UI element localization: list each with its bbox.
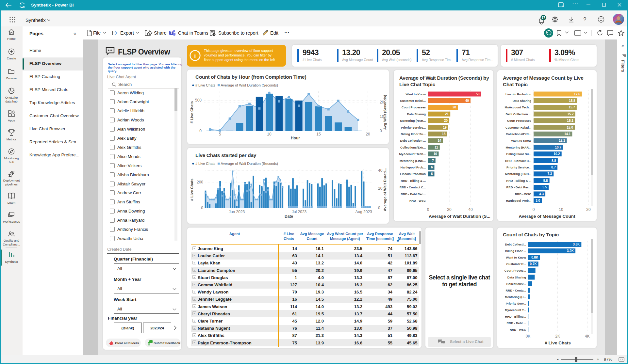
svg-text:Monitoring: Monitoring: [4, 156, 19, 160]
svg-text:MyAccount T...: MyAccount T...: [505, 309, 526, 312]
svg-text:19: 19: [443, 126, 447, 129]
svg-text:14: 14: [438, 139, 441, 142]
svg-text:5.5: 5.5: [542, 185, 547, 189]
svg-text:Home: Home: [7, 37, 15, 40]
svg-text:Debt Collection ...: Debt Collection ...: [505, 113, 531, 116]
svg-text:Deployment: Deployment: [3, 179, 20, 182]
svg-text:4K: 4K: [585, 334, 590, 339]
svg-text:Customer Relati...: Customer Relati...: [400, 99, 426, 103]
svg-text:17.6: 17.6: [574, 92, 580, 96]
svg-text:10.2: 10.2: [554, 152, 560, 156]
svg-text:Priority Service...: Priority Service...: [506, 166, 531, 169]
svg-text:RRD - Debt ...: RRD - Debt ...: [507, 322, 526, 325]
svg-text:Want to Know: Want to Know: [506, 256, 526, 259]
svg-text:Subscribe to report: Subscribe to report: [218, 30, 258, 36]
svg-text:10.7: 10.7: [555, 146, 561, 149]
svg-text:Date: Date: [285, 214, 293, 219]
svg-text:20: 20: [444, 119, 448, 122]
svg-text:40: 40: [378, 168, 383, 173]
svg-text:T: T: [170, 31, 172, 35]
svg-text:10: 10: [559, 207, 563, 212]
svg-text:OneLake: OneLake: [5, 96, 18, 99]
svg-text:Mentoring (H...: Mentoring (H...: [505, 295, 526, 299]
svg-text:pipelines: pipelines: [5, 182, 18, 186]
svg-text:0: 0: [201, 206, 203, 210]
svg-text:20: 20: [447, 207, 452, 212]
svg-text:RRD - WSC: RRD - WSC: [409, 199, 426, 202]
svg-text:40: 40: [468, 207, 473, 212]
svg-text:# Live Chats: # Live Chats: [190, 101, 194, 123]
svg-text:i: i: [194, 53, 196, 59]
svg-text:RRD - Billing & ...: RRD - Billing & ...: [401, 179, 426, 182]
svg-text:Hour: Hour: [291, 136, 300, 140]
svg-text:Aug 2023: Aug 2023: [355, 210, 372, 214]
svg-text:0: 0: [380, 129, 382, 133]
svg-text:0.8K: 0.8K: [531, 256, 538, 259]
svg-text:500: 500: [195, 98, 202, 103]
svg-text:RRD - Billing...: RRD - Billing...: [505, 315, 526, 318]
svg-text:Share: Share: [154, 30, 167, 36]
svg-text:File: File: [93, 30, 101, 36]
svg-text:Mentoring (HAR...: Mentoring (HAR...: [506, 146, 532, 149]
svg-text:RRD - WSC: RRD - WSC: [515, 193, 531, 196]
svg-text:10: 10: [267, 132, 272, 136]
svg-text:Average of Message Count: Average of Message Count: [519, 214, 575, 219]
svg-text:Billing Floor Su...: Billing Floor Su...: [506, 152, 531, 156]
svg-text:Billing Floor Su...: Billing Floor Su...: [401, 133, 426, 136]
svg-text:0: 0: [378, 206, 380, 210]
svg-text:14.1: 14.1: [564, 132, 571, 136]
svg-text:Chat in Teams: Chat in Teams: [178, 30, 208, 36]
svg-text:20: 20: [366, 132, 370, 136]
svg-text:Workspaces: Workspaces: [3, 220, 20, 223]
svg-text:Browse: Browse: [6, 76, 17, 80]
svg-text:Create: Create: [7, 56, 16, 60]
svg-text:3.6K: 3.6K: [573, 243, 580, 246]
svg-text:4.3: 4.3: [539, 192, 544, 196]
svg-text:RRD - Debt Rec...: RRD - Debt Rec...: [506, 186, 531, 189]
svg-text:0K: 0K: [526, 334, 531, 339]
svg-text:RRD - Billing & ...: RRD - Billing & ...: [506, 179, 531, 182]
svg-text:⋯: ⋯: [284, 30, 289, 35]
svg-text:15.2: 15.2: [567, 112, 574, 116]
svg-text:Want to Know: Want to Know: [511, 139, 531, 142]
svg-text:Average of Wait Durati...: Average of Wait Durati...: [383, 168, 387, 211]
svg-text:Quality and: Quality and: [4, 239, 19, 242]
svg-text:0: 0: [427, 207, 429, 212]
svg-text:8.8: 8.8: [552, 159, 556, 163]
svg-text:hub: hub: [9, 160, 14, 164]
svg-text:Synthetix: Synthetix: [5, 260, 18, 263]
svg-text:17: 17: [541, 16, 545, 20]
svg-text:# Live Chats: # Live Chats: [545, 340, 571, 345]
svg-text:12.1: 12.1: [559, 139, 565, 142]
svg-text:0.7K: 0.7K: [530, 262, 537, 266]
svg-text:Mentoring (HAR...: Mentoring (HAR...: [400, 119, 426, 122]
svg-text:Metrics: Metrics: [7, 137, 17, 141]
svg-text:Avg Wait (Seconds): Avg Wait (Seconds): [383, 95, 387, 130]
svg-text:Court Processes: Court Processes: [507, 119, 531, 122]
svg-text:Priority Serv...: Priority Serv...: [506, 302, 526, 305]
svg-text:data hub: data hub: [6, 100, 18, 103]
svg-text:15: 15: [316, 132, 321, 136]
svg-text:Export: Export: [120, 30, 134, 36]
svg-text:Hartlepool Prob...: Hartlepool Prob...: [401, 166, 426, 169]
svg-text:7: 7: [432, 159, 434, 163]
svg-text:Data Sharing: Data Sharing: [513, 99, 532, 103]
svg-text:3.2K: 3.2K: [567, 249, 574, 253]
svg-text:11: 11: [435, 146, 438, 149]
svg-text:20: 20: [586, 207, 591, 212]
svg-text:5: 5: [219, 132, 221, 136]
svg-text:6: 6: [431, 166, 433, 169]
svg-text:20: 20: [378, 186, 383, 191]
svg-text:Jun 2023: Jun 2023: [229, 210, 245, 214]
svg-text:Lincoln Probation: Lincoln Probation: [400, 172, 426, 176]
svg-text:200: 200: [197, 180, 203, 184]
svg-text:15.1: 15.1: [567, 119, 573, 122]
svg-text:15.7: 15.7: [569, 105, 575, 109]
svg-text:Want to Know: Want to Know: [405, 93, 426, 96]
svg-text:Debt Collecti...: Debt Collecti...: [505, 243, 526, 246]
svg-text:0: 0: [199, 129, 202, 133]
svg-text:MyAccount Tech...: MyAccount Tech...: [505, 106, 531, 109]
svg-text:8.7: 8.7: [551, 166, 556, 169]
svg-text:5.8: 5.8: [543, 179, 548, 182]
svg-text:Collections/...: Collections/...: [506, 282, 526, 286]
